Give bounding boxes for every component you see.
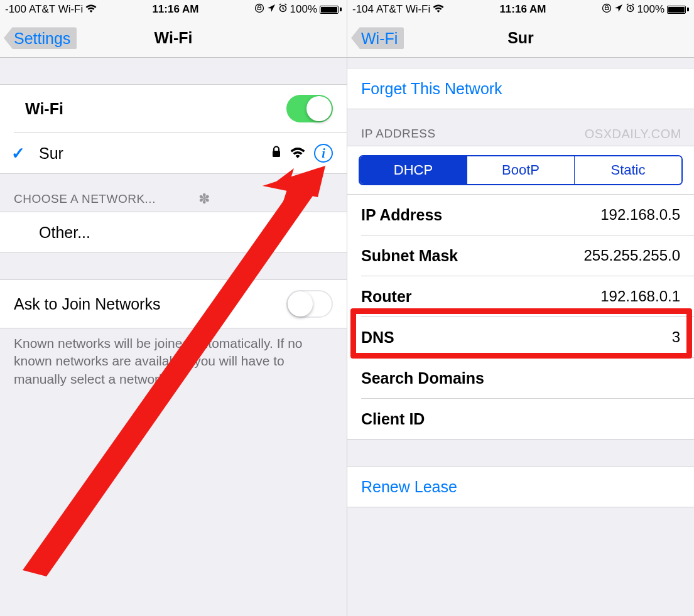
wifi-status-icon [433, 4, 444, 15]
segment-bootp[interactable]: BootP [467, 156, 575, 184]
battery-percent: 100% [637, 3, 664, 16]
svg-rect-2 [273, 151, 280, 157]
router-row: Router 192.168.0.1 [347, 276, 694, 316]
battery-percent: 100% [290, 3, 317, 16]
wifi-toggle-row[interactable]: Wi-Fi [0, 85, 347, 132]
nav-bar-right: Wi-Fi Sur [347, 19, 694, 58]
signal-strength: -100 [5, 3, 26, 16]
search-domains-row[interactable]: Search Domains [347, 358, 694, 398]
nav-bar-left: Settings Wi-Fi [0, 19, 347, 58]
lock-icon [271, 146, 281, 161]
lock-rotation-icon [602, 3, 612, 16]
connected-network-row[interactable]: ✓ Sur i [0, 133, 347, 173]
alarm-icon [626, 3, 635, 16]
wifi-toggle[interactable] [286, 95, 333, 122]
ip-address-header: IP ADDRESS osxdaily.com [347, 109, 694, 146]
loading-spinner-icon [197, 192, 212, 207]
lock-rotation-icon [254, 3, 264, 16]
wifi-status-icon [85, 4, 97, 15]
client-id-row[interactable]: Client ID [347, 399, 694, 439]
location-icon [614, 3, 623, 16]
back-button-settings[interactable]: Settings [4, 27, 77, 49]
battery-icon [320, 6, 342, 14]
battery-icon [667, 6, 689, 14]
other-network-row[interactable]: Other... [0, 212, 347, 252]
checkmark-icon: ✓ [11, 144, 25, 163]
status-bar-left: -100 AT&T Wi-Fi 11:16 AM 100% [0, 0, 347, 19]
nav-title-network: Sur [507, 29, 534, 47]
ip-config-segmented[interactable]: DHCP BootP Static [359, 155, 683, 185]
connected-network-name: Sur [39, 144, 63, 163]
segment-static[interactable]: Static [575, 156, 681, 184]
forget-network-button[interactable]: Forget This Network [347, 68, 694, 109]
ask-to-join-row[interactable]: Ask to Join Networks [0, 280, 347, 328]
wifi-signal-icon [290, 148, 305, 159]
left-screenshot: -100 AT&T Wi-Fi 11:16 AM 100% Settin [0, 0, 347, 616]
alarm-icon [278, 3, 288, 16]
wifi-label: Wi-Fi [14, 100, 63, 118]
location-icon [267, 3, 276, 16]
status-bar-right: -104 AT&T Wi-Fi 11:16 AM 100% [347, 0, 694, 19]
segment-dhcp[interactable]: DHCP [360, 156, 467, 184]
renew-lease-button[interactable]: Renew Lease [347, 467, 694, 507]
watermark: osxdaily.com [585, 127, 681, 141]
ip-address-row: IP Address 192.168.0.5 [347, 195, 694, 235]
choose-network-header: CHOOSE A NETWORK... [0, 174, 347, 212]
dns-row[interactable]: DNS 3 [347, 317, 694, 357]
nav-title-wifi: Wi-Fi [155, 29, 193, 47]
ask-to-join-footer: Known networks will be joined automatica… [0, 328, 347, 401]
subnet-mask-row: Subnet Mask 255.255.255.0 [347, 235, 694, 276]
back-button-wifi[interactable]: Wi-Fi [351, 27, 404, 49]
status-time: 11:16 AM [499, 3, 546, 16]
status-time: 11:16 AM [152, 3, 198, 16]
carrier-name: AT&T Wi-Fi [29, 3, 83, 16]
info-icon[interactable]: i [314, 144, 333, 163]
carrier-name: AT&T Wi-Fi [376, 3, 430, 16]
ask-to-join-toggle[interactable] [286, 290, 333, 318]
right-screenshot: -104 AT&T Wi-Fi 11:16 AM 100% Wi-Fi [347, 0, 694, 616]
signal-strength: -104 [352, 3, 374, 16]
